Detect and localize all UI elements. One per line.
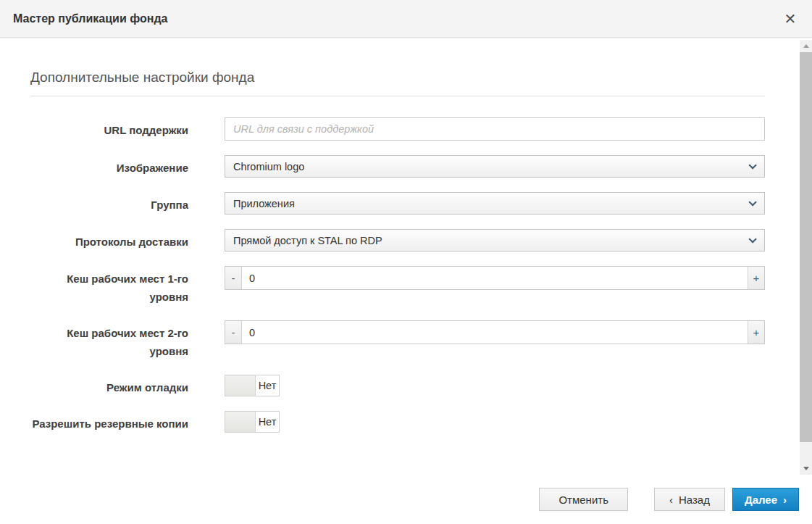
chevron-down-icon (748, 161, 756, 169)
row-group: Группа Приложения (30, 192, 765, 215)
image-select-value: Chromium logo (233, 161, 304, 172)
toggle-knob (225, 412, 256, 432)
debug-mode-label: Режим отладки (30, 375, 188, 396)
scroll-up-icon (803, 44, 809, 48)
protocols-select[interactable]: Прямой доступ к STAL по RDP (225, 229, 765, 251)
row-image: Изображение Chromium logo (30, 155, 765, 178)
allow-backups-label: Разрешить резервные копии (30, 411, 188, 433)
allow-backups-toggle-state: Нет (256, 412, 279, 432)
section-heading: Дополнительные настройки фонда (30, 70, 765, 96)
dialog-footer: Отменить ‹ Назад Далее › (0, 475, 812, 524)
image-select[interactable]: Chromium logo (225, 155, 765, 178)
form: URL поддержки Изображение Chromium logo … (30, 117, 765, 433)
group-select-value: Приложения (233, 198, 295, 209)
wizard-dialog: Мастер публикации фонда ✕ Дополнительные… (0, 0, 812, 524)
cache-level2-stepper: - + (225, 320, 765, 344)
cache-level1-stepper: - + (225, 266, 765, 290)
cache-level2-input[interactable] (242, 321, 748, 344)
group-select[interactable]: Приложения (225, 192, 765, 215)
scroll-down-button[interactable] (800, 462, 812, 475)
chevron-down-icon (748, 198, 756, 206)
dialog-body: Дополнительные настройки фонда URL подде… (0, 38, 812, 475)
row-cache-level2: Кеш рабочих мест 2-го уровня - + (30, 320, 765, 360)
cache-level1-label: Кеш рабочих мест 1-го уровня (30, 266, 188, 306)
group-label: Группа (30, 192, 188, 215)
row-allow-backups: Разрешить резервные копии Нет (30, 411, 765, 433)
support-url-label: URL поддержки (30, 117, 188, 141)
scroll-down-icon (803, 467, 809, 470)
dialog-title: Мастер публикации фонда (13, 12, 167, 25)
dialog-header: Мастер публикации фонда ✕ (0, 0, 812, 38)
next-button[interactable]: Далее › (732, 488, 799, 511)
protocols-label: Протоколы доставки (30, 229, 188, 251)
row-support-url: URL поддержки (30, 117, 765, 141)
protocols-select-value: Прямой доступ к STAL по RDP (233, 235, 382, 246)
support-url-input[interactable] (225, 117, 765, 141)
debug-mode-toggle[interactable]: Нет (225, 375, 280, 396)
plus-button[interactable]: + (748, 267, 764, 289)
next-button-label: Далее (745, 494, 777, 506)
close-icon[interactable]: ✕ (780, 9, 800, 29)
cache-level2-label: Кеш рабочих мест 2-го уровня (30, 320, 188, 360)
row-protocols: Протоколы доставки Прямой доступ к STAL … (30, 229, 765, 251)
back-button-label: Назад (679, 494, 710, 506)
image-label: Изображение (30, 155, 188, 178)
debug-mode-toggle-state: Нет (256, 375, 279, 396)
row-debug-mode: Режим отладки Нет (30, 375, 765, 396)
toggle-knob (225, 375, 256, 396)
chevron-right-icon: › (783, 494, 787, 506)
scrollbar-thumb[interactable] (800, 52, 812, 442)
cache-level1-input[interactable] (242, 267, 748, 289)
allow-backups-toggle[interactable]: Нет (225, 411, 280, 433)
row-cache-level1: Кеш рабочих мест 1-го уровня - + (30, 266, 765, 306)
cancel-button[interactable]: Отменить (539, 488, 628, 511)
scroll-up-button[interactable] (800, 40, 812, 52)
scrollbar[interactable] (800, 40, 812, 475)
chevron-left-icon: ‹ (669, 494, 673, 506)
minus-button[interactable]: - (225, 267, 242, 289)
plus-button[interactable]: + (748, 321, 764, 344)
back-button[interactable]: ‹ Назад (654, 488, 725, 511)
chevron-down-icon (748, 235, 756, 243)
minus-button[interactable]: - (225, 321, 242, 344)
